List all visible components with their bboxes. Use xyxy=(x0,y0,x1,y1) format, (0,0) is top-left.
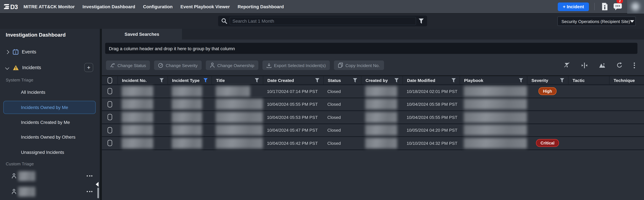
cell-checkbox xyxy=(102,137,118,149)
table-body: 10/17/2024 07:14 PM PSTClosed10/18/2024 … xyxy=(102,85,644,150)
nav-item-reporting-dashboard[interactable]: Reporting Dashboard xyxy=(238,4,284,9)
filter-icon[interactable] xyxy=(203,78,208,82)
change-status-button[interactable]: Change Status xyxy=(106,60,150,70)
sidebar-item-unassigned-incidents[interactable]: Unassigned Incidents xyxy=(3,146,96,159)
system-triage-section-label: System Triage xyxy=(6,77,34,82)
table-row[interactable]: 10/17/2024 07:14 PM PSTClosed10/18/2024 … xyxy=(102,85,644,98)
cell-playbook xyxy=(460,98,527,110)
redacted-value xyxy=(172,138,202,148)
group-by-dropzone[interactable]: Drag a column header and drop it here to… xyxy=(105,43,637,54)
add-incident-view-button[interactable]: + xyxy=(84,63,93,72)
row-checkbox[interactable] xyxy=(107,114,112,120)
filter-icon[interactable] xyxy=(451,78,456,82)
column-header-incident_no[interactable]: Incident No. xyxy=(118,76,168,84)
row-checkbox[interactable] xyxy=(107,88,112,94)
d3-logo[interactable]: D3 xyxy=(4,3,18,10)
column-header-technique[interactable]: Technique xyxy=(609,76,644,84)
column-header-title[interactable]: Title xyxy=(212,76,263,84)
nav-item-mitre-att-ck-monitor[interactable]: MITRE ATT&CK Monitor xyxy=(24,4,75,9)
column-header-date_modified[interactable]: Date Modified xyxy=(402,76,460,84)
filter-icon[interactable] xyxy=(519,78,523,82)
cell-date_created: 10/04/2024 05:55 PM PST xyxy=(263,98,323,110)
site-selector[interactable]: Security Operations (Recipient Site) xyxy=(557,17,636,26)
search-row: Security Operations (Recipient Site) xyxy=(0,14,644,29)
more-vertical-icon[interactable] xyxy=(634,62,635,68)
change-severity-button[interactable]: Change Severity xyxy=(154,60,202,70)
tab-saved-searches[interactable]: Saved Searches xyxy=(102,29,182,40)
custom-triage-item[interactable] xyxy=(0,170,100,182)
column-header-date_created[interactable]: Date Created xyxy=(263,76,323,84)
tab-row: Saved Searches xyxy=(102,29,644,40)
document-icon[interactable] xyxy=(600,2,609,11)
column-header-severity[interactable]: Severity xyxy=(527,76,568,84)
copy-incident-no--button[interactable]: Copy Incident No. xyxy=(334,60,384,70)
chevron-down-icon xyxy=(630,20,634,22)
chart-icon[interactable] xyxy=(599,63,606,68)
column-header-tactic[interactable]: Tactic xyxy=(568,76,609,84)
export-selected-incident-s--button[interactable]: Export Selected Incident(s) xyxy=(262,60,330,70)
sidebar-item-all-incidents[interactable]: All Incidents xyxy=(3,86,96,99)
table-header: Incident No.Incident TypeTitleDate Creat… xyxy=(102,75,644,85)
cell-created_by xyxy=(361,124,402,136)
cell-created_by xyxy=(361,111,402,123)
navbar-divider xyxy=(594,3,595,10)
redacted-value xyxy=(122,112,153,122)
new-incident-button[interactable]: + Incident xyxy=(558,2,589,11)
cell-playbook xyxy=(460,124,527,136)
refresh-icon[interactable] xyxy=(616,62,623,68)
cell-incident_no xyxy=(118,98,168,110)
row-checkbox[interactable] xyxy=(107,140,112,146)
sidebar-collapse-icon[interactable] xyxy=(96,182,98,187)
change-ownership-button[interactable]: Change Ownership xyxy=(206,60,258,70)
column-label: Date Created xyxy=(267,78,294,83)
row-checkbox[interactable] xyxy=(107,127,112,133)
cell-status: Closed xyxy=(323,124,361,136)
column-header-status[interactable]: Status xyxy=(323,76,361,84)
search-field[interactable] xyxy=(230,17,416,25)
column-resize-icon[interactable] xyxy=(581,62,588,68)
cell-date_modified: 10/04/2024 05:55 PM PST xyxy=(402,111,460,123)
nav-item-configuration[interactable]: Configuration xyxy=(143,4,173,9)
redacted-value xyxy=(464,112,527,122)
site-selector-value: Security Operations (Recipient Site) xyxy=(562,19,630,24)
table-row[interactable]: 10/04/2024 05:55 PM PSTClosed10/04/2024 … xyxy=(102,98,644,111)
column-header-checkbox[interactable] xyxy=(102,76,118,84)
cell-date_created: 10/04/2024 05:53 PM PST xyxy=(263,111,323,123)
filter-icon[interactable] xyxy=(254,78,259,82)
column-label: Technique xyxy=(614,78,635,83)
column-header-incident_type[interactable]: Incident Type xyxy=(168,76,212,84)
sidebar-item-incidents-owned-by-others[interactable]: Incidents Owned by Others xyxy=(3,130,96,143)
filter-icon[interactable] xyxy=(160,78,164,82)
sidebar-item-incidents-owned-by-me[interactable]: Incidents Owned by Me xyxy=(3,101,96,114)
sidebar-group-events[interactable]: Events xyxy=(0,47,100,56)
redacted-value xyxy=(216,86,250,97)
gauge-icon xyxy=(158,63,163,68)
table-row[interactable]: 10/04/2024 05:47 PM PSTClosed10/05/2024 … xyxy=(102,124,644,137)
filter-icon[interactable] xyxy=(394,78,399,82)
cell-date_created: 10/04/2024 05:42 PM PST xyxy=(263,137,323,149)
filter-icon[interactable] xyxy=(560,78,564,82)
cell-tactic xyxy=(568,137,609,149)
column-header-playbook[interactable]: Playbook xyxy=(460,76,527,84)
avatar[interactable] xyxy=(627,0,644,14)
select-all-checkbox[interactable] xyxy=(107,77,112,83)
table-row[interactable]: 10/04/2024 05:53 PM PSTClosed10/04/2024 … xyxy=(102,111,644,124)
sidebar-group-incidents[interactable]: Incidents + xyxy=(0,63,100,72)
row-checkbox[interactable] xyxy=(107,101,112,107)
filter-icon[interactable] xyxy=(353,78,358,82)
redacted-value xyxy=(464,138,527,148)
clear-filter-icon[interactable] xyxy=(564,62,570,68)
column-header-created_by[interactable]: Created by xyxy=(361,76,402,84)
table-row[interactable]: 10/04/2024 05:42 PM PSTClosed10/10/2024 … xyxy=(102,137,644,150)
cell-severity: Critical xyxy=(527,137,568,149)
search-filter-icon[interactable] xyxy=(418,18,424,24)
sidebar-item-incidents-created-by-me[interactable]: Incidents Created by Me xyxy=(3,116,96,129)
custom-triage-item[interactable] xyxy=(0,185,100,198)
filter-icon[interactable] xyxy=(315,78,320,82)
global-search[interactable] xyxy=(218,16,427,26)
sidebar-scrollbar-thumb[interactable] xyxy=(97,188,99,198)
notifications-chat[interactable]: 2 xyxy=(613,2,622,11)
search-input[interactable] xyxy=(230,19,416,23)
nav-item-investigation-dashboard[interactable]: Investigation Dashboard xyxy=(82,4,135,9)
nav-item-event-playbook-viewer[interactable]: Event Playbook Viewer xyxy=(180,4,230,9)
